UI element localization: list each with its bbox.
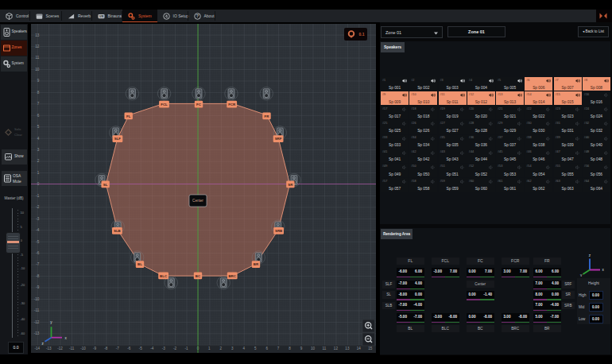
svg-text:-12: -12 [34,320,40,324]
svg-text:SRF: SRF [275,137,282,141]
svg-text:-6: -6 [36,251,40,255]
svg-text:FCR: FCR [228,103,236,106]
svg-text:9: 9 [37,79,40,83]
svg-text:4: 4 [37,137,40,141]
svg-text:SLB: SLB [114,229,121,233]
svg-text:3: 3 [37,148,40,152]
svg-text:13: 13 [35,33,40,37]
svg-text:-14: -14 [34,347,40,350]
svg-text:BR: BR [254,262,259,266]
svg-text:-4: -4 [150,347,154,350]
svg-text:-10: -10 [34,297,40,301]
svg-text:x: x [602,268,605,272]
svg-text:BRC: BRC [228,274,236,278]
svg-text:-7: -7 [36,262,40,266]
svg-text:FC: FC [196,103,202,106]
svg-text:12: 12 [334,347,339,350]
svg-text:14: 14 [357,347,362,350]
svg-text:-9: -9 [93,347,97,350]
svg-text:BC: BC [196,274,201,278]
svg-text:z: z [589,254,591,258]
svg-text:-7: -7 [116,347,120,350]
svg-text:8: 8 [289,347,291,350]
svg-text:BL: BL [138,262,142,266]
svg-text:SL: SL [103,183,108,187]
svg-text:-5: -5 [36,240,40,244]
svg-text:-9: -9 [36,285,40,289]
svg-text:13: 13 [345,347,350,350]
svg-text:3: 3 [231,347,234,350]
svg-text:-8: -8 [36,274,40,278]
svg-text:-10: -10 [80,347,86,350]
svg-text:12: 12 [35,45,40,48]
svg-text:6: 6 [37,114,40,118]
svg-text:0: 0 [37,182,40,186]
svg-text:SR: SR [288,183,293,187]
svg-text:-5: -5 [139,347,143,350]
svg-text:4: 4 [243,347,246,350]
svg-text:-11: -11 [69,347,75,350]
svg-text:0.1: 0.1 [359,32,365,37]
svg-text:11: 11 [36,56,40,60]
svg-text:8: 8 [37,91,40,95]
svg-text:-13: -13 [34,331,40,335]
svg-text:-3: -3 [36,217,40,221]
svg-text:-8: -8 [104,347,108,350]
svg-text:-2: -2 [36,205,40,209]
svg-text:7: 7 [37,102,40,106]
svg-text:2: 2 [220,347,223,350]
svg-text:FL: FL [126,114,131,118]
svg-text:BLC: BLC [160,274,168,278]
svg-text:7: 7 [277,347,280,350]
svg-text:2: 2 [37,159,40,163]
svg-text:Center: Center [192,199,203,203]
svg-text:11: 11 [323,347,327,350]
svg-text:FCL: FCL [161,103,168,106]
svg-text:10: 10 [35,68,40,72]
svg-text:10: 10 [311,347,316,350]
svg-text:-3: -3 [162,347,166,350]
svg-text:9: 9 [300,347,303,350]
svg-text:SRB: SRB [275,229,282,233]
svg-text:y: y [580,273,583,277]
svg-text:?: ? [196,14,198,18]
svg-text:FR: FR [265,114,270,118]
svg-text:-1: -1 [36,194,40,198]
svg-text:-6: -6 [127,347,131,350]
svg-text:-11: -11 [34,308,40,312]
svg-text:15: 15 [368,347,373,350]
svg-text:-12: -12 [57,347,63,350]
svg-text:1: 1 [37,171,40,175]
svg-text:-2: -2 [173,347,177,350]
svg-text:-1: -1 [185,347,189,350]
svg-text:SLF: SLF [114,137,122,141]
svg-text:VR: VR [99,14,103,18]
svg-text:6: 6 [265,347,268,350]
svg-text:-13: -13 [46,347,52,350]
svg-text:1: 1 [208,347,211,350]
svg-text:-4: -4 [36,228,40,232]
svg-text:5: 5 [37,125,40,129]
svg-text:5: 5 [254,347,257,350]
